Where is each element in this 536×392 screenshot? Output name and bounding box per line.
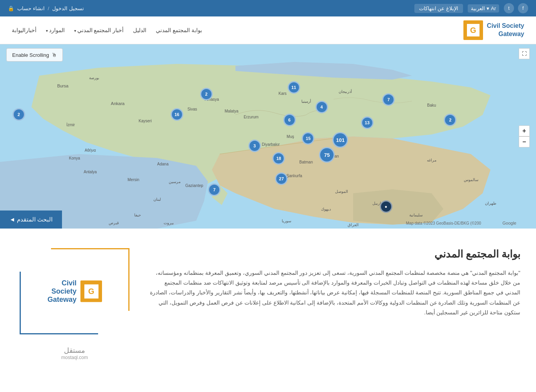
city-label-kars: Kars — [279, 91, 287, 96]
logo-frame: G Civil Society Gateway — [20, 248, 129, 334]
map-background: Bursa بورصة Ankara İzmir Αθήνα Konya Ant… — [0, 44, 536, 229]
logo-inside: G Civil Society Gateway — [47, 279, 102, 304]
city-label-konya: Konya — [69, 156, 80, 160]
content-title: بوابة المجتمع المدني — [149, 248, 520, 260]
nav-item-resources[interactable]: الموارد — [46, 27, 65, 33]
city-label-sulaymaniyah: سليمانية — [409, 213, 423, 217]
nav-item-portal[interactable]: بوابة المجتمع المدني — [156, 27, 202, 33]
cluster-dark[interactable]: ● — [380, 200, 392, 213]
nav-item-portal-news[interactable]: أخباراليوابة — [12, 27, 36, 33]
lang-label: العربية — [471, 5, 485, 11]
city-label-mus: Muş — [287, 134, 294, 139]
map-controls: + − — [519, 125, 530, 147]
cluster-11[interactable]: 75 — [319, 147, 335, 163]
cluster-3[interactable]: 4 — [315, 101, 328, 113]
city-label-beirut: بيروت — [164, 221, 174, 225]
mostaql-logo: مستقل — [61, 346, 88, 355]
map-credits: Map data ©2023 GeoBasis-DE/BKG (©200 — [406, 221, 481, 225]
lang-selector[interactable]: Ar ▾ العربية — [468, 4, 499, 13]
fullscreen-button[interactable]: ⛶ — [519, 48, 530, 59]
logo-text-block: Civil Society Gateway — [47, 279, 77, 304]
city-label-erzurum: Erzurum — [244, 115, 259, 119]
lang-code: Ar — [491, 5, 496, 11]
report-button[interactable]: الإبلاغ عن انتهاكات — [414, 4, 463, 13]
cluster-16[interactable]: 2 — [13, 108, 25, 121]
cluster-12[interactable]: 3 — [248, 140, 261, 152]
advanced-search-button[interactable]: البحث المتقدم ◄ — [0, 211, 62, 229]
city-label-iskenderun: مرسين — [169, 180, 180, 184]
city-label-armenia: أرمينيا — [301, 99, 311, 103]
cluster-1[interactable]: 2 — [200, 88, 213, 100]
content-logo-area: G Civil Society Gateway مستقل mostaql.co… — [16, 248, 133, 360]
register-link[interactable]: انشاء حساب — [17, 5, 45, 11]
content-body: "بوابة المجتمع المدني" هي منصة مخصصة لمن… — [149, 268, 520, 318]
cluster-6[interactable]: 6 — [283, 114, 296, 126]
cluster-2[interactable]: 11 — [288, 81, 300, 94]
city-label-tehran: طهران — [485, 201, 496, 205]
city-label-lebanon: لبنان — [153, 197, 161, 201]
cluster-14[interactable]: 27 — [275, 172, 288, 185]
cluster-15[interactable]: 7 — [208, 183, 221, 196]
facebook-icon[interactable]: f — [518, 3, 528, 13]
top-bar-left: f t Ar ▾ العربية الإبلاغ عن انتهاكات — [414, 3, 528, 13]
nav-item-guide[interactable]: الدليل — [133, 27, 146, 33]
top-bar: f t Ar ▾ العربية الإبلاغ عن انتهاكات تسج… — [0, 0, 536, 16]
city-label-mersin: Mersin — [128, 178, 139, 182]
city-label-maraa: مراغه — [427, 158, 436, 162]
mostaql-url: mostaql.com — [61, 355, 88, 360]
city-label-bursa: Bursa — [57, 83, 69, 88]
nav-item-news[interactable]: أخبار المجتمع المدني — [74, 27, 124, 33]
auth-separator: / — [48, 5, 49, 11]
expand-icon: ⛶ — [522, 51, 527, 56]
city-label-atina: Αθήνα — [85, 148, 96, 152]
logo-g-inner: G — [84, 284, 98, 298]
top-bar-right: تسجيل الدخول / انشاء حساب 🔒 — [8, 5, 84, 11]
logo-g-container: G — [80, 281, 102, 302]
city-label-cyprus: قبرص — [109, 221, 119, 225]
zoom-out-button[interactable]: − — [519, 136, 530, 147]
cluster-5[interactable]: 16 — [171, 108, 183, 121]
city-label-iraq: العراق — [348, 223, 359, 227]
cluster-4[interactable]: 7 — [382, 93, 395, 106]
cluster-7[interactable]: 13 — [361, 116, 374, 129]
chevron-down-icon: ▾ — [487, 5, 489, 11]
zoom-in-button[interactable]: + — [519, 125, 530, 136]
logo-text-line2: Gateway — [47, 296, 77, 304]
city-label-batman: Batman — [299, 160, 313, 164]
cluster-13[interactable]: 18 — [272, 152, 285, 165]
content-text: بوابة المجتمع المدني "بوابة المجتمع المد… — [149, 248, 520, 318]
cluster-9[interactable]: 101 — [332, 132, 348, 148]
map-container: Bursa بورصة Ankara İzmir Αθήνα Konya Ant… — [0, 44, 536, 229]
cluster-8[interactable]: 2 — [444, 114, 456, 126]
city-label-izmir: İzmir — [66, 123, 75, 127]
enable-scrolling-label: Enable Scrolling — [12, 52, 49, 58]
content-section: بوابة المجتمع المدني "بوابة المجتمع المد… — [0, 229, 536, 380]
login-link[interactable]: تسجيل الدخول — [52, 5, 84, 11]
advanced-search-label: البحث المتقدم ◄ — [9, 216, 53, 223]
twitter-icon[interactable]: t — [504, 3, 514, 13]
logo[interactable]: Civil Society Gateway G — [463, 20, 524, 40]
city-label-haifa: حيفا — [134, 213, 141, 217]
city-label-azerbaijan: أذربيجان — [339, 89, 352, 94]
city-label-diyarbakir: Diyarbakır — [262, 142, 280, 147]
city-label-bolu: بورصة — [89, 76, 99, 80]
logo-text-line2: Gateway — [487, 30, 524, 38]
auth-links: تسجيل الدخول / انشاء حساب 🔒 — [8, 5, 84, 11]
city-label-gaziantep: Gaziantep — [185, 183, 203, 188]
city-label-syria: سوريا — [282, 219, 291, 223]
enable-scrolling-button[interactable]: 🖱 Enable Scrolling — [6, 48, 63, 62]
city-label-tabriz: سالموس — [464, 178, 478, 182]
user-icon: 🔒 — [8, 5, 14, 11]
city-label-deir-ez-zor: ديهوك — [321, 207, 331, 211]
social-icons: f t — [504, 3, 528, 13]
city-label-adana: Adana — [157, 162, 169, 166]
cluster-10[interactable]: 15 — [302, 132, 314, 145]
city-label-ankara: Ankara — [111, 101, 125, 106]
google-logo: Google — [503, 221, 516, 225]
nav-bar: Civil Society Gateway G بوابة المجتمع ال… — [0, 16, 536, 44]
logo-icon: G — [467, 24, 479, 36]
nav-menu: بوابة المجتمع المدني الدليل أخبار المجتم… — [12, 27, 202, 33]
mouse-icon: 🖱 — [51, 52, 57, 58]
logo-text-line1: Civil Society — [487, 22, 524, 30]
city-label-mosul: الموصل — [335, 189, 348, 194]
